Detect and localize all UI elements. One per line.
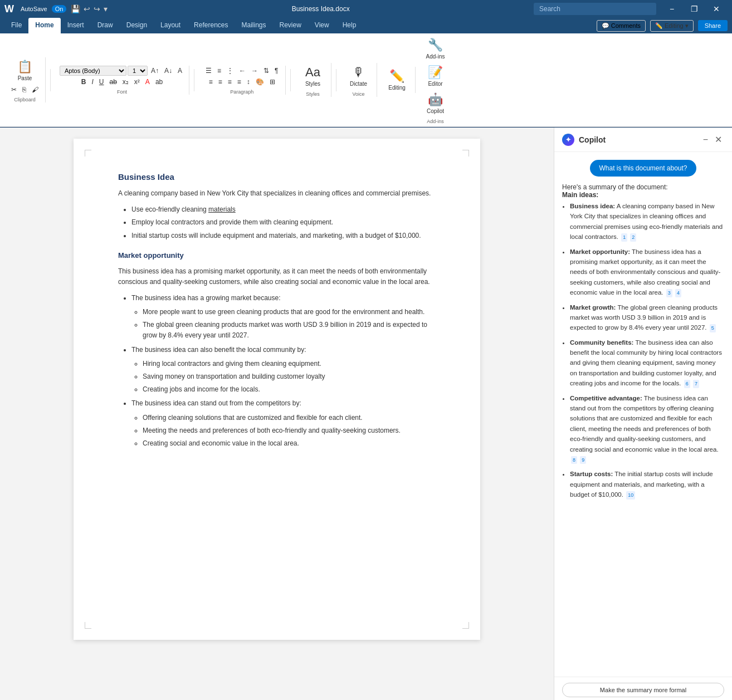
tab-review[interactable]: Review: [273, 18, 308, 33]
sub-social-value: Creating social and economic value in th…: [143, 438, 436, 449]
addins-button[interactable]: 🔧 Add-ins: [422, 36, 449, 62]
tab-view[interactable]: View: [308, 18, 336, 33]
save-icon[interactable]: 💾: [71, 4, 80, 13]
font-family-select[interactable]: Aptos (Body): [60, 66, 126, 76]
autosave-toggle[interactable]: On: [52, 5, 67, 13]
align-center-button[interactable]: ≡: [216, 77, 225, 87]
decrease-font-button[interactable]: A↓: [162, 66, 174, 76]
copilot-minimize-button[interactable]: −: [701, 133, 710, 146]
numbering-button[interactable]: ≡: [215, 66, 223, 76]
idea-5-text: The business idea can stand out from the…: [570, 395, 719, 453]
cut-button[interactable]: ✂: [9, 85, 19, 95]
bold-button[interactable]: B: [79, 77, 89, 87]
underline-button[interactable]: U: [97, 77, 106, 87]
idea-1: Business idea: A cleaning company based …: [570, 201, 724, 242]
footnote-1[interactable]: 1: [621, 233, 627, 241]
paste-button[interactable]: 📋 Paste: [12, 57, 38, 84]
share-button[interactable]: Share: [698, 20, 728, 31]
show-marks-button[interactable]: ¶: [272, 66, 280, 76]
customize-icon[interactable]: ▾: [104, 4, 108, 13]
tab-draw[interactable]: Draw: [91, 18, 120, 33]
justify-button[interactable]: ≡: [235, 77, 243, 87]
tab-insert[interactable]: Insert: [61, 18, 91, 33]
footnote-8[interactable]: 8: [571, 456, 577, 464]
bullet-community: The business idea can also benefit the l…: [131, 345, 436, 395]
editor-button[interactable]: 📝 Editor: [422, 63, 449, 89]
copilot-close-button[interactable]: ✕: [713, 133, 724, 146]
footnote-9[interactable]: 9: [580, 456, 586, 464]
minimize-button[interactable]: −: [661, 0, 683, 18]
footnote-7[interactable]: 7: [693, 380, 699, 388]
document-area[interactable]: Business Idea A cleaning company based i…: [0, 128, 554, 700]
comments-button[interactable]: 💬 Comments: [597, 20, 646, 32]
suggestion-formal-button[interactable]: Make the summary more formal: [562, 683, 724, 697]
shading-button[interactable]: 🎨: [253, 77, 266, 87]
subscript-button[interactable]: x₂: [120, 77, 131, 87]
tab-references[interactable]: References: [187, 18, 235, 33]
close-button[interactable]: ✕: [705, 0, 728, 18]
quick-access-toolbar: 💾 ↩ ↪ ▾: [71, 4, 108, 13]
footnote-3[interactable]: 3: [666, 289, 672, 297]
footnote-5[interactable]: 5: [710, 324, 716, 332]
bullet-competitors: The business idea can stand out from the…: [131, 398, 436, 449]
clipboard-group: 📋 Paste ✂ ⎘ 🖌 Clipboard: [4, 57, 46, 102]
sub-growing: More people want to use green cleaning p…: [143, 307, 436, 341]
clipboard-label: Clipboard: [14, 97, 36, 102]
footnote-10[interactable]: 10: [626, 491, 635, 499]
copilot-ribbon-button[interactable]: 🤖 Copilot: [422, 90, 449, 116]
tab-help[interactable]: Help: [336, 18, 363, 33]
copilot-question-button[interactable]: What is this document about?: [590, 160, 696, 177]
search-input[interactable]: [534, 3, 656, 15]
decrease-indent-button[interactable]: ←: [237, 66, 248, 76]
tab-layout[interactable]: Layout: [154, 18, 187, 33]
idea-6: Startup costs: The initial startup costs…: [570, 469, 724, 500]
borders-button[interactable]: ⊞: [267, 77, 277, 87]
editing-group: ✏️ Editing: [379, 67, 416, 93]
title-bar: W AutoSave On 💾 ↩ ↪ ▾ Business Idea.docx…: [0, 0, 732, 18]
editing-icon: ✏️: [389, 69, 404, 84]
restore-button[interactable]: ❐: [683, 0, 705, 18]
italic-button[interactable]: I: [89, 77, 95, 87]
para-row-2: ≡ ≡ ≡ ≡ ↕ 🎨 ⊞: [207, 77, 277, 87]
styles-button[interactable]: Aa Styles: [300, 63, 326, 89]
editing-button[interactable]: ✏️ Editing: [384, 67, 411, 93]
format-painter-button[interactable]: 🖌: [30, 85, 41, 95]
undo-icon[interactable]: ↩: [84, 4, 90, 13]
ribbon-content: 📋 Paste ✂ ⎘ 🖌 Clipboard Aptos (Body) 12 …: [0, 33, 732, 127]
strikethrough-button[interactable]: ab: [108, 77, 119, 87]
footnote-2[interactable]: 2: [630, 233, 636, 241]
align-left-button[interactable]: ≡: [207, 77, 215, 87]
highlight-button[interactable]: ab: [153, 77, 165, 87]
font-color-button[interactable]: A: [143, 77, 152, 87]
multilevel-button[interactable]: ⋮: [225, 66, 236, 76]
footnote-4[interactable]: 4: [675, 289, 681, 297]
document-title: Business Idea.docx: [112, 5, 529, 13]
copy-button[interactable]: ⎘: [20, 85, 28, 95]
increase-font-button[interactable]: A↑: [149, 66, 161, 76]
tab-home[interactable]: Home: [28, 18, 60, 33]
bullets-button[interactable]: ☰: [203, 66, 214, 76]
tab-mailings[interactable]: Mailings: [235, 18, 272, 33]
format-clear-button[interactable]: A: [175, 66, 184, 76]
dictate-button[interactable]: 🎙 Dictate: [345, 63, 372, 89]
line-spacing-button[interactable]: ↕: [245, 77, 252, 87]
addins-group: 🔧 Add-ins 📝 Editor 🤖 Copilot Add-ins: [418, 36, 453, 124]
copilot-summary-label: Here's a summary of the document:: [562, 183, 724, 191]
font-size-select[interactable]: 12: [128, 66, 148, 76]
ribbon: File Home Insert Draw Design Layout Refe…: [0, 18, 732, 128]
align-right-button[interactable]: ≡: [226, 77, 234, 87]
idea-3-bold: Market growth:: [570, 304, 616, 311]
copilot-ideas-list: Business idea: A cleaning company based …: [562, 201, 724, 500]
main-layout: Business Idea A cleaning company based i…: [0, 128, 732, 700]
increase-indent-button[interactable]: →: [249, 66, 260, 76]
redo-icon[interactable]: ↪: [94, 4, 100, 13]
tab-design[interactable]: Design: [120, 18, 154, 33]
editing-mode-button[interactable]: ✏️ Editing ▾: [650, 20, 694, 32]
doc-title: Business Idea: [118, 172, 436, 182]
sort-button[interactable]: ⇅: [261, 66, 271, 76]
footnote-6[interactable]: 6: [684, 380, 690, 388]
sub-community: Hiring local contractors and giving them…: [143, 359, 436, 395]
tab-file[interactable]: File: [4, 18, 28, 33]
materials-link[interactable]: materials: [208, 205, 236, 213]
superscript-button[interactable]: x²: [132, 77, 142, 87]
